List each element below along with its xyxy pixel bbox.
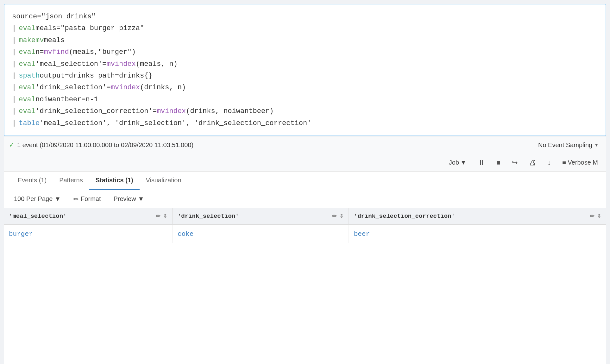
column-edit-icon[interactable]: ✏ (156, 213, 160, 220)
column-sort-icon[interactable]: ⇕ (339, 213, 343, 219)
job-button[interactable]: Job ▼ (446, 157, 470, 168)
pipe-char: | (12, 117, 16, 129)
table-container: 'meal_selection'✏⇕'drink_selection'✏⇕'dr… (4, 208, 606, 364)
code-line: | eval n=mvfind(meals,"burger") (12, 46, 598, 58)
status-right[interactable]: No Event Sampling ▼ (536, 140, 601, 150)
preview-button[interactable]: Preview ▼ (111, 194, 147, 204)
code-line: | eval 'drink_selection_correction'=mvin… (12, 105, 598, 117)
tabs-container: Events (1)PatternsStatistics (1)Visualiz… (4, 172, 606, 190)
main-container: source="json_drinks"| eval meals="pasta … (0, 0, 610, 364)
code-line: | eval meals="pasta burger pizza" (12, 22, 598, 34)
tab-statistics[interactable]: Statistics (1) (89, 172, 140, 190)
code-token: mvindex (111, 82, 140, 93)
column-name-drink_selection_correction: 'drink_selection_correction' (354, 213, 455, 220)
verbose-button[interactable]: ≡ Verbose M (559, 157, 601, 168)
tab-patterns[interactable]: Patterns (53, 172, 89, 190)
pipe-char: | (12, 58, 16, 70)
cell-value-meal_selection[interactable]: burger (9, 230, 33, 238)
code-token: spath (19, 70, 40, 82)
sampling-chevron-icon: ▼ (594, 142, 599, 147)
toolbar: Job ▼ ⏸ ■ ↪ 🖨 ↓ ≡ Verbose M (4, 154, 606, 172)
preview-label: Preview (113, 195, 136, 203)
format-label: Format (81, 195, 101, 203)
code-token: (meals,"burger") (69, 46, 136, 58)
code-token: noiwantbeer=n-1 (35, 94, 98, 105)
verbose-label: ≡ Verbose M (562, 159, 598, 166)
code-token: source="json_drinks" (12, 11, 96, 22)
code-token: meals (44, 35, 65, 46)
column-name-meal_selection: 'meal_selection' (9, 213, 66, 220)
tabs: Events (1)PatternsStatistics (1)Visualiz… (11, 172, 599, 190)
code-line: source="json_drinks" (12, 11, 598, 22)
code-token: (drinks, noiwantbeer) (186, 105, 274, 117)
tab-events[interactable]: Events (1) (11, 172, 53, 190)
export-icon: ↓ (547, 159, 551, 167)
table-header-drink_selection_correction: 'drink_selection_correction'✏⇕ (349, 208, 606, 224)
tab-visualization[interactable]: Visualization (140, 172, 188, 190)
table-cell-drink_selection_correction: beer (349, 224, 606, 243)
code-token: (drinks, n) (140, 82, 186, 93)
per-page-chevron-icon: ▼ (54, 195, 61, 203)
code-token: eval (19, 46, 35, 58)
code-token: 'meal_selection', 'drink_selection', 'dr… (40, 117, 311, 129)
code-token: eval (19, 22, 35, 34)
sampling-dropdown[interactable]: No Event Sampling ▼ (536, 140, 601, 150)
pipe-char: | (12, 35, 16, 46)
cell-value-drink_selection[interactable]: coke (178, 230, 193, 238)
per-page-button[interactable]: 100 Per Page ▼ (11, 194, 63, 204)
format-button[interactable]: ✏ Format (71, 194, 103, 204)
code-token: (meals, n) (136, 58, 178, 70)
table-header-row: 'meal_selection'✏⇕'drink_selection'✏⇕'dr… (4, 208, 606, 224)
code-line: | spath output=drinks path=drinks{} (12, 70, 598, 82)
column-sort-icon[interactable]: ⇕ (597, 213, 601, 219)
pause-button[interactable]: ⏸ (475, 157, 488, 169)
table-header-drink_selection: 'drink_selection'✏⇕ (172, 208, 349, 224)
column-edit-icon[interactable]: ✏ (590, 213, 594, 220)
code-token: table (19, 117, 40, 129)
sampling-label: No Event Sampling (538, 141, 592, 149)
cell-value-drink_selection_correction[interactable]: beer (354, 230, 370, 238)
code-token: eval (19, 82, 35, 93)
code-token: output=drinks path=drinks{} (40, 70, 152, 82)
share-button[interactable]: ↪ (509, 157, 521, 169)
status-check-icon: ✓ (9, 141, 15, 149)
format-pencil-icon: ✏ (73, 195, 79, 203)
column-edit-icon[interactable]: ✏ (332, 213, 337, 220)
code-line: | eval noiwantbeer=n-1 (12, 94, 598, 105)
code-token: eval (19, 94, 35, 105)
code-token: eval (19, 105, 35, 117)
code-token: eval (19, 58, 35, 70)
status-bar: ✓ 1 event (01/09/2020 11:00:00.000 to 02… (4, 136, 606, 154)
pipe-char: | (12, 70, 16, 82)
results-table: 'meal_selection'✏⇕'drink_selection'✏⇕'dr… (4, 208, 606, 243)
code-token: 'drink_selection'= (35, 82, 111, 93)
code-token: 'meal_selection'= (35, 58, 106, 70)
code-token: makemv (19, 35, 44, 46)
table-cell-drink_selection: coke (172, 224, 349, 243)
pause-icon: ⏸ (478, 159, 485, 167)
code-token: mvfind (44, 46, 69, 58)
code-line: | eval 'meal_selection'=mvindex(meals, n… (12, 58, 598, 70)
code-token: meals="pasta burger pizza" (35, 22, 144, 34)
stop-icon: ■ (496, 159, 500, 167)
pipe-char: | (12, 94, 16, 105)
table-controls: 100 Per Page ▼ ✏ Format Preview ▼ (4, 190, 606, 208)
pipe-char: | (12, 82, 16, 93)
share-icon: ↪ (512, 159, 518, 167)
code-editor[interactable]: source="json_drinks"| eval meals="pasta … (4, 4, 606, 136)
stop-button[interactable]: ■ (493, 157, 504, 169)
export-button[interactable]: ↓ (544, 157, 554, 169)
column-name-drink_selection: 'drink_selection' (178, 213, 239, 220)
print-icon: 🖨 (529, 159, 536, 167)
status-left: ✓ 1 event (01/09/2020 11:00:00.000 to 02… (9, 141, 193, 149)
code-token: n= (35, 46, 44, 58)
per-page-label: 100 Per Page (14, 195, 53, 203)
code-token: mvindex (106, 58, 135, 70)
preview-chevron-icon: ▼ (138, 195, 144, 203)
table-row: burgercokebeer (4, 224, 606, 243)
column-sort-icon[interactable]: ⇕ (163, 213, 167, 219)
job-chevron-icon: ▼ (460, 159, 467, 166)
print-button[interactable]: 🖨 (526, 157, 539, 169)
pipe-char: | (12, 46, 16, 58)
code-line: | table 'meal_selection', 'drink_selecti… (12, 117, 598, 129)
